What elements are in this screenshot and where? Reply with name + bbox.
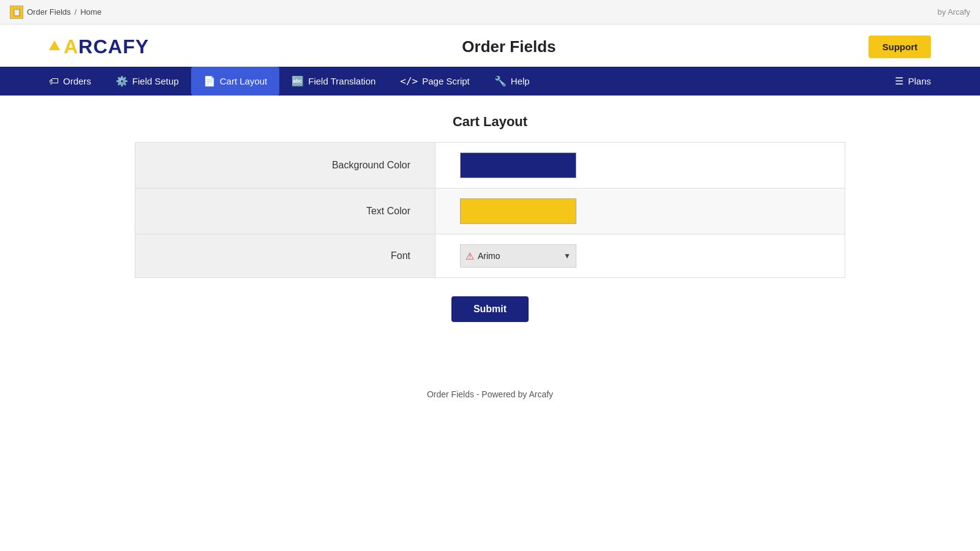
nav-label-cart-layout: Cart Layout (220, 76, 268, 86)
breadcrumb-part1: Order Fields (27, 7, 71, 17)
background-color-label: Background Color (135, 143, 435, 188)
breadcrumb-separator: / (75, 7, 77, 17)
cart-layout-icon: 📄 (203, 75, 216, 87)
nav-item-plans[interactable]: ☰ Plans (883, 67, 943, 96)
page-title: Order Fields (462, 37, 556, 56)
nav-label-help: Help (511, 76, 530, 86)
font-select-inner: ⚠ Arimo (466, 250, 560, 262)
background-color-swatch[interactable] (460, 152, 576, 178)
submit-button[interactable]: Submit (451, 296, 529, 322)
field-setup-icon: ⚙️ (116, 75, 128, 87)
nav-item-field-translation[interactable]: 🔤 Field Translation (279, 67, 388, 96)
logo: ARCAFY (49, 36, 149, 58)
nav-item-orders[interactable]: 🏷 Orders (37, 67, 104, 96)
footer-text: Order Fields - Powered by Arcafy (427, 389, 553, 399)
orders-icon: 🏷 (49, 76, 59, 87)
logo-text: ARCAFY (64, 36, 149, 58)
page-script-icon: </> (400, 75, 418, 87)
font-select[interactable]: ⚠ Arimo ▼ (460, 244, 576, 268)
text-color-row: Text Color (135, 189, 845, 234)
support-button[interactable]: Support (869, 36, 931, 58)
submit-area: Submit (135, 296, 845, 322)
nav-item-page-script[interactable]: </> Page Script (388, 67, 481, 96)
nav-label-field-setup: Field Setup (132, 76, 179, 86)
font-input-cell: ⚠ Arimo ▼ (435, 234, 845, 277)
app-icon: 📋 (10, 6, 23, 19)
font-select-value: Arimo (478, 251, 500, 261)
text-color-swatch[interactable] (460, 198, 576, 224)
warning-icon: ⚠ (466, 250, 474, 262)
dropdown-arrow-icon: ▼ (564, 252, 571, 260)
main-nav: 🏷 Orders ⚙️ Field Setup 📄 Cart Layout 🔤 … (0, 67, 980, 96)
breadcrumb: 📋 Order Fields / Home (10, 6, 102, 19)
nav-item-field-setup[interactable]: ⚙️ Field Setup (104, 67, 191, 96)
by-label: by Arcafy (938, 7, 970, 17)
nav-label-plans: Plans (908, 76, 931, 86)
nav-label-field-translation: Field Translation (308, 76, 375, 86)
form-table: Background Color Text Color Font (135, 142, 845, 278)
nav-item-cart-layout[interactable]: 📄 Cart Layout (191, 67, 280, 96)
header: ARCAFY Order Fields Support (0, 24, 980, 67)
field-translation-icon: 🔤 (292, 75, 304, 87)
font-label: Font (135, 234, 435, 277)
help-icon: 🔧 (494, 75, 507, 87)
section-title: Cart Layout (135, 114, 845, 130)
text-color-input-cell (435, 189, 845, 234)
footer: Order Fields - Powered by Arcafy (0, 389, 980, 418)
plans-icon: ☰ (895, 75, 903, 87)
font-row: Font ⚠ Arimo ▼ (135, 234, 845, 277)
breadcrumb-part2: Home (80, 7, 102, 17)
background-color-input-cell (435, 143, 845, 188)
main-content: Cart Layout Background Color Text Color … (86, 96, 894, 340)
text-color-label: Text Color (135, 189, 435, 234)
nav-item-help[interactable]: 🔧 Help (482, 67, 542, 96)
background-color-row: Background Color (135, 143, 845, 189)
top-bar: 📋 Order Fields / Home by Arcafy (0, 0, 980, 24)
nav-label-page-script: Page Script (422, 76, 470, 86)
logo-hat-icon (49, 40, 60, 50)
nav-label-orders: Orders (63, 76, 91, 86)
